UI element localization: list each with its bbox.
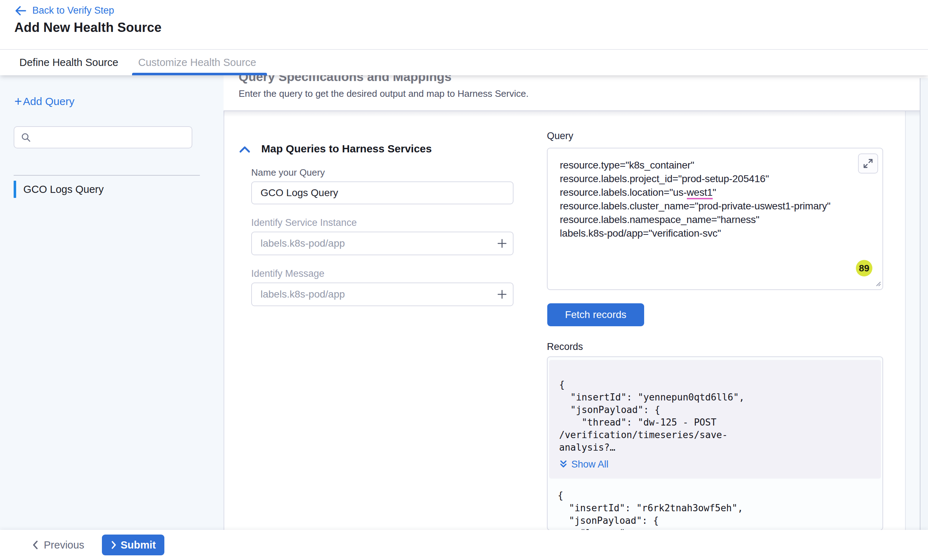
expand-query-button[interactable] [858, 154, 878, 173]
identify-message-input[interactable] [252, 289, 491, 300]
add-query-button[interactable]: + Add Query [14, 95, 74, 108]
query-text: resource.type="k8s_container"resource.la… [560, 158, 849, 240]
service-instance-field [251, 231, 513, 255]
submit-label: Submit [121, 539, 156, 551]
add-service-instance-button[interactable] [491, 233, 513, 254]
submit-button[interactable]: Submit [102, 534, 164, 555]
show-all-label: Show All [571, 458, 609, 471]
query-textarea[interactable]: resource.type="k8s_container"resource.la… [547, 148, 883, 290]
back-link-label: Back to Verify Step [32, 5, 114, 16]
query-label: Query [547, 131, 574, 142]
record-1-json: { "insertId": "yennepun0qtd6ll6", "jsonP… [559, 379, 872, 454]
add-health-source-page: Back to Verify Step Add New Health Sourc… [0, 0, 928, 560]
identify-message-label: Identify Message [251, 268, 324, 279]
search-input[interactable] [35, 127, 192, 148]
add-message-button[interactable] [491, 284, 513, 305]
character-count-badge: 89 [856, 260, 872, 276]
record-item-2: { "insertId": "r6rk2tnah3owf5eh", "jsonP… [548, 479, 882, 530]
name-query-label: Name your Query [251, 167, 325, 178]
card-gutter [906, 111, 920, 530]
query-mappings-card: Map Queries to Harness Services Name you… [224, 110, 905, 530]
query-list-item[interactable]: GCO Logs Query [14, 180, 104, 198]
previous-label: Previous [44, 539, 84, 551]
record-item-1: { "insertId": "yennepun0qtd6ll6", "jsonP… [549, 360, 881, 479]
sidebar-divider [14, 175, 200, 176]
selected-query-indicator [14, 181, 16, 198]
section-heading: Query Specifications and Mappings [239, 75, 928, 84]
active-tab-underline [132, 73, 267, 75]
expand-icon [863, 158, 873, 169]
fetch-records-button[interactable]: Fetch records [547, 303, 644, 326]
collapse-chevron-up-icon[interactable] [239, 146, 251, 155]
main-panel: Query Specifications and Mappings Enter … [224, 75, 928, 530]
query-item-label: GCO Logs Query [23, 184, 104, 195]
query-sidebar: + Add Query GCO Logs Query [0, 75, 224, 530]
previous-button[interactable]: Previous [32, 530, 84, 560]
plus-icon: + [14, 96, 22, 107]
footer-bar: Previous Submit [0, 530, 928, 560]
chevron-left-icon [32, 540, 39, 550]
tab-customize-health-source[interactable]: Customize Health Source [138, 50, 256, 75]
resize-handle[interactable] [873, 278, 881, 288]
query-search-box [14, 126, 192, 148]
chevron-right-icon [110, 540, 117, 549]
double-chevron-down-icon [559, 460, 568, 470]
show-all-link[interactable]: Show All [559, 458, 872, 471]
tab-define-health-source[interactable]: Define Health Source [19, 50, 118, 75]
service-instance-label: Identify Service Instance [251, 217, 357, 228]
scrollbar-gutter[interactable] [920, 78, 928, 530]
back-arrow-icon [14, 5, 27, 16]
back-to-verify-step-link[interactable]: Back to Verify Step [14, 5, 114, 16]
name-query-input[interactable] [251, 181, 513, 204]
records-label: Records [547, 341, 583, 352]
record-2-json: { "insertId": "r6rk2tnah3owf5eh", "jsonP… [558, 489, 873, 530]
tab-bar: Define Health Source Customize Health So… [0, 50, 928, 75]
page-title: Add New Health Source [14, 20, 162, 35]
map-queries-title: Map Queries to Harness Services [261, 143, 432, 155]
identify-message-field [251, 283, 513, 306]
search-icon [21, 132, 31, 142]
top-header: Back to Verify Step Add New Health Sourc… [0, 0, 928, 50]
records-box: { "insertId": "yennepun0qtd6ll6", "jsonP… [547, 356, 883, 530]
section-subheading: Enter the query to get the desired outpu… [239, 88, 928, 99]
service-instance-input[interactable] [252, 238, 491, 249]
add-query-label: Add Query [23, 95, 74, 108]
body-area: + Add Query GCO Logs Query Query Specifi… [0, 75, 928, 530]
